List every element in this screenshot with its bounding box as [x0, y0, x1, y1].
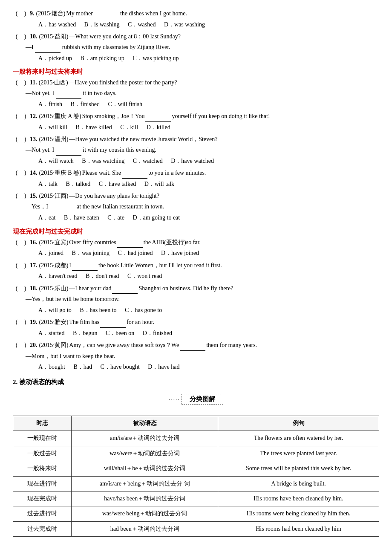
q11-option-b: B．finished: [71, 101, 100, 107]
q11-sub-text2: it in two days.: [83, 90, 116, 96]
table-cell-shitai: 过去完成时: [13, 521, 72, 536]
table-cell-beidong: am/is/are＋动词的过去分词: [72, 431, 218, 446]
q11-paren-open: (: [13, 78, 20, 88]
q13-paren-close: ): [21, 134, 29, 145]
q15-paren-close: ): [21, 191, 29, 201]
question-12: ( ) 12. (2015·重庆 A 卷) Stop smoking，Joe！Y…: [13, 111, 379, 133]
q9-paren-open: (: [13, 9, 20, 19]
q18-sub-text: —Yes，but he will be home tomorrow.: [26, 296, 120, 302]
q10-number: 10.: [30, 32, 37, 42]
q16-source: (2015·宜宾): [39, 237, 69, 248]
q19-option-c: C．been on: [106, 330, 134, 336]
q18-option-a: A．will go to: [38, 307, 72, 313]
question-11: ( ) 11. (2015·山西) —Have you finished the…: [13, 78, 379, 110]
q13-text1: —Have you watched the new movie Jurassic…: [69, 134, 217, 145]
q13-blank: [56, 145, 81, 156]
table-row: 一般现在时am/is/are＋动词的过去分词The flowers are of…: [13, 431, 379, 446]
q13-sub-text2: it with my cousin this evening.: [83, 147, 156, 153]
q11-option-c: C．will finish: [108, 101, 142, 107]
classify-center: ····· 分类图解: [13, 390, 379, 411]
q19-text1: The film has: [69, 317, 99, 327]
table-cell-beidong: will/shall＋be＋动词的过去分词: [72, 461, 218, 476]
question-17: ( ) 17. (2015·成都) I the book Little Wome…: [13, 260, 379, 282]
q9-option-c: C．washed: [128, 21, 156, 28]
q18-sub: —Yes，but he will be home tomorrow.: [26, 294, 379, 304]
q11-sub-text: —Not yet. I: [26, 90, 54, 96]
table-cell-liju: The trees were planted last year.: [218, 446, 379, 461]
table-cell-liju: Some trees will be planted this week by …: [218, 461, 379, 476]
q9-option-a: A．has washed: [38, 21, 76, 28]
q16-options: A．joined B．was joining C．had joined D．ha…: [38, 248, 379, 258]
q20-option-a: A．bought: [38, 364, 65, 370]
question-16: ( ) 16. (2015·宜宾) Over fifty countries t…: [13, 237, 379, 259]
q15-paren-open: (: [13, 191, 20, 201]
question-19: ( ) 19. (2015·雅安) The film has for an ho…: [13, 317, 379, 338]
table-cell-beidong: am/is/are＋being＋动词的过去分 词: [72, 476, 218, 491]
q19-paren-close: ): [21, 317, 29, 327]
q9-text2: the dishes when I got home.: [120, 9, 187, 19]
q19-option-d: D．finished: [143, 330, 172, 336]
q16-text2: the AIIB(亚投行)so far.: [144, 237, 201, 248]
table-cell-shitai: 现在进行时: [13, 476, 72, 491]
q17-options: A．haven't read B．don't read C．won't read: [38, 271, 379, 281]
table-row: 一般过去时was/were＋动词的过去分词The trees were plan…: [13, 446, 379, 461]
q16-option-b: B．was joining: [72, 250, 110, 256]
q20-source: (2015·黄冈): [39, 340, 69, 350]
q14-option-a: A．talk: [38, 181, 58, 187]
table-cell-shitai: 过去进行时: [13, 506, 72, 521]
q19-number: 19.: [30, 317, 37, 327]
section-title-2: 现在完成时与过去完成时: [13, 228, 379, 236]
q15-option-b: B．have eaten: [64, 214, 99, 221]
section-title-1: 一般将来时与过去将来时: [13, 68, 379, 76]
table-cell-liju: His rooms were being cleaned by him then…: [218, 506, 379, 521]
q18-paren-open: (: [13, 283, 20, 294]
q11-option-a: A．finish: [38, 101, 62, 107]
q9-option-b: B．is washing: [84, 21, 120, 28]
q13-option-c: C．watched: [133, 158, 163, 164]
q13-source: (2015·温州): [39, 134, 69, 145]
q14-option-d: D．will talk: [144, 181, 174, 187]
q17-option-c: C．won't read: [127, 273, 162, 279]
q20-option-d: D．have had: [148, 364, 179, 370]
q9-source: (2015·烟台): [36, 9, 66, 19]
q15-option-a: A．eat: [38, 214, 55, 221]
dots-decoration: ·····: [169, 396, 180, 402]
q10-source: (2015·益阳): [39, 32, 69, 42]
q17-source: (2015·成都): [39, 260, 69, 271]
q19-paren-open: (: [13, 317, 20, 327]
q17-option-a: A．haven't read: [38, 273, 78, 279]
q14-options: A．talk B．talked C．have talked D．will tal…: [38, 179, 379, 189]
table-cell-liju: His rooms had been cleaned by him: [218, 521, 379, 536]
q14-option-b: B．talked: [66, 181, 91, 187]
q20-text1: Amy，can we give away these soft toys？We: [69, 340, 179, 350]
question-14: ( ) 14. (2015·重庆 B 卷) Please wait. She t…: [13, 168, 379, 189]
q13-option-b: B．was watching: [82, 158, 124, 164]
q10-options: A．picked up B．am picking up C．was pickin…: [38, 53, 379, 64]
table-cell-shitai: 现在完成时: [13, 491, 72, 506]
q16-option-c: C．had joined: [118, 250, 153, 256]
question-15: ( ) 15. (2015·江西) —Do you have any plans…: [13, 191, 379, 223]
q10-blank: [35, 42, 61, 53]
q20-sub-text: —Mom，but I want to keep the bear.: [26, 353, 115, 359]
table-cell-shitai: 一般将来时: [13, 461, 72, 476]
q16-paren-open: (: [13, 237, 20, 248]
table-cell-beidong: had been＋动词的过去分词: [72, 521, 218, 536]
q12-text1: Stop smoking，Joe！You: [82, 111, 145, 121]
q18-option-b: B．has been to: [80, 307, 116, 313]
q10-option-b: B．am picking up: [80, 55, 124, 61]
q17-blank: [72, 260, 98, 271]
q10-option-a: A．picked up: [38, 55, 72, 61]
q17-number: 17.: [30, 260, 37, 271]
q11-options: A．finish B．finished C．will finish: [38, 99, 379, 110]
q15-text1: —Do you have any plans for tonight?: [69, 191, 159, 201]
q12-option-a: A．will kill: [38, 124, 67, 130]
q13-number: 13.: [30, 134, 37, 145]
q20-option-b: B．had: [74, 364, 92, 370]
q18-source: (2015·乐山): [39, 283, 69, 294]
q17-paren-close: ): [21, 260, 29, 271]
q9-option-d: D．was washing: [164, 21, 205, 28]
table-cell-liju: A bridge is being built.: [218, 476, 379, 491]
q20-options: A．bought B．had C．have bought D．have had: [38, 361, 379, 372]
table-cell-beidong: was/were being＋动词的过去分词: [72, 506, 218, 521]
q12-source: (2015·重庆 A 卷): [39, 111, 81, 121]
